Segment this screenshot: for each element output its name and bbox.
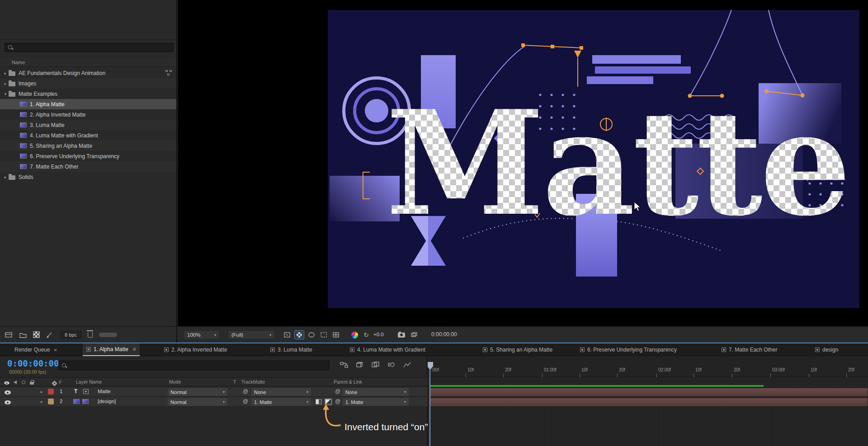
project-item-composition[interactable]: 3. Luma Matte xyxy=(0,120,176,130)
project-item-folder[interactable]: ▸ Solids xyxy=(0,172,176,182)
composition-icon xyxy=(815,347,820,352)
label-color-swatch[interactable] xyxy=(48,399,54,404)
track-matte-pick-whip-icon[interactable]: @ xyxy=(243,388,248,394)
label-color-swatch[interactable] xyxy=(48,389,54,394)
project-item-folder[interactable]: ▸ Images xyxy=(0,78,176,89)
track-matte-dropdown[interactable]: None ▾ xyxy=(251,388,311,396)
show-snapshot-icon[interactable] xyxy=(410,331,419,339)
transparency-grid-icon[interactable] xyxy=(33,332,39,338)
text-layer-icon: T xyxy=(74,388,77,394)
transparency-grid-toggle-icon[interactable] xyxy=(295,331,304,339)
project-item-composition[interactable]: 2. Alpha Inverted Matte xyxy=(0,109,176,120)
layer-number: 1 xyxy=(60,389,62,394)
motion-blur-icon[interactable] xyxy=(387,361,396,368)
timeline-search-input[interactable] xyxy=(58,361,330,370)
layer-row-matte[interactable]: ▸ 1 T Matte Normal ▾ @ None ▾ @ xyxy=(0,387,427,397)
blend-mode-dropdown[interactable]: Normal ▾ xyxy=(168,388,227,396)
layer-duration-bar[interactable] xyxy=(429,388,868,397)
brush-icon[interactable] xyxy=(46,331,54,338)
mini-flowchart-icon[interactable] xyxy=(340,361,348,368)
tab-alpha-matte[interactable]: 1. Alpha Matte ≡ xyxy=(83,343,140,356)
label-column-icon[interactable] xyxy=(52,380,57,386)
ruler-tick-label: 20f xyxy=(619,367,625,372)
timeline-track-area[interactable]: :00f 10f 20f 01:00f 10f 20f 02:00f 10f 2… xyxy=(428,357,868,446)
layer-name[interactable]: Matte xyxy=(98,389,111,394)
view-options-icon[interactable] xyxy=(283,331,292,339)
parent-pick-whip-icon[interactable]: @ xyxy=(335,388,340,394)
project-item-composition[interactable]: 1. Alpha Matte xyxy=(0,99,176,109)
composition-canvas[interactable]: Matte xyxy=(328,10,859,308)
parent-dropdown[interactable]: None ▾ xyxy=(343,388,409,396)
tab-design[interactable]: design xyxy=(811,343,842,356)
grid-guides-icon[interactable] xyxy=(331,331,340,339)
project-item-composition[interactable]: 6. Preserve Underlying Transparency xyxy=(0,151,176,161)
disclosure-triangle-icon[interactable]: ▸ xyxy=(2,71,9,75)
project-search-input[interactable] xyxy=(5,43,174,52)
mask-visibility-icon[interactable] xyxy=(307,331,316,339)
ruler-tick-label: 10f xyxy=(695,367,702,372)
panel-resize-handle[interactable] xyxy=(99,333,117,337)
eye-column-icon[interactable] xyxy=(4,381,9,385)
layer-name-column-header[interactable]: Layer Name xyxy=(76,379,102,385)
disclosure-triangle-icon[interactable]: ▸ xyxy=(2,81,9,86)
project-panel-icon[interactable] xyxy=(5,331,13,338)
new-folder-icon[interactable] xyxy=(19,331,27,338)
reset-exposure-icon[interactable]: ↻ xyxy=(362,331,371,339)
preserve-transparency-column-header[interactable]: T xyxy=(233,379,236,385)
region-of-interest-icon[interactable] xyxy=(319,331,328,339)
parent-dropdown[interactable]: 1. Matte ▾ xyxy=(343,398,409,406)
layer-row-design[interactable]: ▸ 2 [design] Normal ▾ @ 1. Matte ▾ xyxy=(0,397,427,407)
ruler-tick-label: 02:00f xyxy=(658,367,671,372)
magnification-dropdown[interactable]: 100% ▾ xyxy=(184,330,220,339)
number-column-header[interactable]: # xyxy=(59,379,61,385)
tab-preserve-transparency[interactable]: 6. Preserve Underlying Transparency xyxy=(576,343,680,356)
snapshot-camera-icon[interactable] xyxy=(397,331,406,339)
track-matte-pick-whip-icon[interactable]: @ xyxy=(243,398,248,404)
playhead-line[interactable] xyxy=(429,363,430,446)
delete-icon[interactable] xyxy=(88,332,93,338)
tab-luma-matte-gradient[interactable]: 4. Luma Matte with Gradient xyxy=(346,343,429,356)
timeline-panel: Render Queue × 1. Alpha Matte ≡ 2. Alpha… xyxy=(0,343,868,446)
solo-column-icon[interactable] xyxy=(22,380,25,384)
lock-column-icon[interactable] xyxy=(30,382,34,385)
project-item-composition[interactable]: 4. Luma Matte with Gradient xyxy=(0,130,176,141)
project-item-folder[interactable]: ▸ AE Fundamentals Design Animation xyxy=(0,68,176,78)
graph-editor-icon[interactable] xyxy=(403,361,411,368)
current-time-display[interactable]: 0:00:00:00 xyxy=(7,358,59,368)
tab-alpha-inverted-matte[interactable]: 2. Alpha Inverted Matte xyxy=(160,343,231,356)
panel-menu-icon[interactable]: ≡ xyxy=(133,346,136,352)
mode-column-header[interactable]: Mode xyxy=(169,379,181,385)
close-icon[interactable]: × xyxy=(54,347,57,353)
chevron-down-icon: ▾ xyxy=(404,390,406,394)
chevron-down-icon: ▾ xyxy=(404,400,406,404)
tab-sharing-alpha-matte[interactable]: 5. Sharing an Alpha Matte xyxy=(479,343,556,356)
layer-duration-bar[interactable] xyxy=(429,398,868,407)
project-item-composition[interactable]: 7. Matte Each Other xyxy=(0,161,176,172)
eye-icon[interactable] xyxy=(5,390,11,394)
channel-color-icon[interactable] xyxy=(350,331,359,339)
parent-link-column-header[interactable]: Parent & Link xyxy=(334,379,362,385)
resolution-dropdown[interactable]: (Full) ▾ xyxy=(228,330,275,339)
disclosure-triangle-icon[interactable]: ▸ xyxy=(2,175,9,179)
blend-mode-dropdown[interactable]: Normal ▾ xyxy=(168,398,227,406)
layer-disclosure-icon[interactable]: ▸ xyxy=(41,390,43,394)
tab-matte-each-other[interactable]: 7. Matte Each Other xyxy=(718,343,781,356)
eye-icon[interactable] xyxy=(5,400,11,404)
layer-disclosure-icon[interactable]: ▸ xyxy=(41,399,43,404)
track-matte-column-header[interactable]: TrackMatte xyxy=(241,379,265,385)
composition-icon xyxy=(722,347,726,352)
layer-name[interactable]: [design] xyxy=(98,399,116,404)
time-ruler[interactable]: :00f 10f 20f 01:00f 10f 20f 02:00f 10f 2… xyxy=(428,357,868,377)
audio-column-icon[interactable] xyxy=(14,380,17,384)
tab-luma-matte[interactable]: 3. Luma Matte xyxy=(267,343,316,356)
frame-blending-icon[interactable] xyxy=(372,361,380,368)
composition-icon xyxy=(350,347,354,352)
exposure-value[interactable]: +0.0 xyxy=(373,332,384,337)
track-matte-dropdown[interactable]: 1. Matte ▾ xyxy=(251,398,311,406)
disclosure-triangle-icon[interactable]: ▾ xyxy=(2,92,9,96)
bit-depth-button[interactable]: 8 bpc xyxy=(60,331,81,339)
project-item-composition[interactable]: 5. Sharing an Alpha Matte xyxy=(0,141,176,151)
project-item-folder[interactable]: ▾ Matte Examples xyxy=(0,89,176,99)
draft-3d-icon[interactable] xyxy=(356,361,364,368)
tab-render-queue[interactable]: Render Queue × xyxy=(11,343,61,356)
